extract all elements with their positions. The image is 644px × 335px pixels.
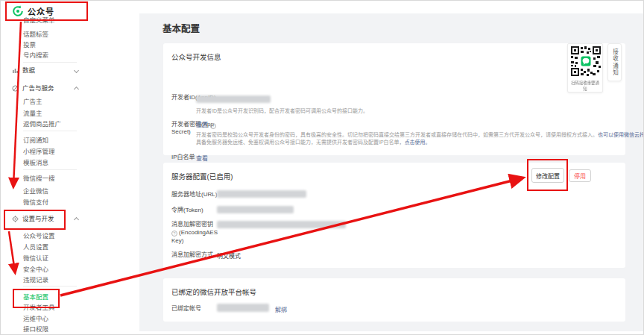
token-value-redacted (217, 206, 294, 213)
disable-button[interactable]: 停用 (569, 169, 591, 182)
card-bound-account: 已绑定的微信开放平台帐号 已绑定帐号 解绑 (163, 278, 625, 322)
encrypt-mode-label: 消息加解密方式 (171, 251, 213, 259)
sidebar-divider (23, 131, 77, 131)
click-to-use-link[interactable]: 点击使用。 (405, 140, 431, 145)
sidebar-item-in-account-search[interactable]: 号内搜索 (23, 51, 48, 60)
bound-account-label: 已绑定帐号 (171, 305, 201, 313)
sidebar-group-data-label: 数据 (22, 66, 35, 75)
sidebar-item-security-center[interactable]: 安全中心 (23, 266, 48, 274)
receive-notice-tab-label: 接收通知 (611, 48, 619, 77)
dev-info-title: 公众号开发信息 (171, 51, 221, 62)
main-content: 基本配置 公众号开发信息 开发者ID(AppID) 开发者ID是公众号开发识别码… (139, 13, 644, 331)
bound-account-title: 已绑定的微信开放平台帐号 (171, 287, 256, 297)
token-label: 令牌(Token) (171, 207, 203, 214)
server-url-label: 服务器地址(URL) (171, 191, 217, 198)
appsecret-desc-text2: 具备免服务器免运维、免鉴权调用公众号接口能力，无需提供开发者密码及配置IP白名单… (196, 140, 405, 145)
qr-notify-panel: 扫码接收重要通知 (567, 43, 603, 93)
cloud-hosting-link[interactable]: 也可以使用微信云托管 (598, 132, 644, 137)
appid-desc: 开发者ID是公众号开发识别码，配合开发者密码可调用公众号的接口能力。 (196, 107, 368, 114)
appsecret-reset-link[interactable]: 重置 (196, 122, 208, 128)
aes-key-label-line3: Key) (171, 237, 183, 245)
ads-service-icon (12, 85, 19, 92)
sidebar-group-data[interactable]: 数据 (12, 66, 35, 75)
card-dev-info: 公众号开发信息 开发者ID(AppID) 开发者ID是公众号开发识别码，配合开发… (163, 43, 625, 155)
data-chart-icon (12, 67, 19, 74)
sidebar-divider (23, 62, 77, 63)
sidebar-item-developer-tools[interactable]: 开发者工具 (23, 304, 55, 312)
help-icon[interactable]: ? (210, 123, 216, 129)
sidebar-divider (23, 169, 77, 170)
aes-key-label-line1: 消息加解密密钥 (171, 221, 213, 228)
card-server-config: 服务器配置(已启用) 修改配置 停用 服务器地址(URL) 令牌(Token) … (163, 163, 625, 268)
server-url-value-redacted (217, 190, 306, 198)
sidebar-item-custom-menu[interactable]: 自定义菜单 (23, 16, 55, 25)
sidebar-item-account-settings[interactable]: 公众号设置 (23, 232, 55, 240)
brand-label: 公众号 (28, 5, 54, 17)
sidebar-item-subscribe-notice[interactable]: 订阅通知 (23, 137, 48, 145)
modify-config-button[interactable]: 修改配置 (531, 168, 564, 183)
sidebar-item-api-permissions[interactable]: 接口权限 (23, 325, 48, 334)
sidebar-group-ads[interactable]: 广告与服务 (12, 84, 54, 93)
sidebar: 公众号 自定义菜单 话题标签 投票 号内搜索 数据 广告与服务 广告主 流量主 … (1, 1, 139, 335)
help-icon[interactable]: ? (171, 231, 177, 237)
qr-code (571, 46, 601, 76)
wechat-mp-admin-page: 公众号 自定义菜单 话题标签 投票 号内搜索 数据 广告与服务 广告主 流量主 … (0, 0, 644, 335)
sidebar-item-traffic-owner[interactable]: 流量主 (23, 110, 42, 118)
aes-key-label-line2: ?(EncodingAES (171, 229, 218, 237)
bound-account-value-redacted (217, 304, 269, 312)
encrypt-mode-value: 明文模式 (217, 251, 241, 260)
sidebar-item-violation-record[interactable]: 违规记录 (23, 276, 48, 284)
sidebar-group-settings[interactable]: 设置与开发 (12, 215, 54, 223)
aes-label-text: (EncodingAES (179, 229, 218, 236)
sidebar-item-rebate-goods[interactable]: 返佣商品推广 (23, 120, 61, 128)
appsecret-desc-text: 开发者密码是校验公众号开发者身份的密码，具有极高的安全性。切记勿把密码直接交给第… (196, 132, 598, 137)
aes-key-value-redacted (217, 221, 346, 228)
sidebar-item-advertiser[interactable]: 广告主 (23, 98, 42, 106)
appsecret-desc-line1: 开发者密码是校验公众号开发者身份的密码，具有极高的安全性。切记勿把密码直接交给第… (196, 131, 644, 138)
ip-whitelist-label: IP白名单 (171, 154, 195, 161)
sidebar-item-topic-tags[interactable]: 话题标签 (23, 31, 48, 39)
sidebar-item-ops-center[interactable]: 运维中心 (23, 315, 48, 323)
chevron-down-icon (74, 68, 79, 73)
qr-caption: 扫码接收重要通知 (569, 80, 600, 92)
sidebar-divider (23, 286, 77, 287)
sidebar-group-ads-label: 广告与服务 (22, 84, 54, 93)
chevron-up-icon (74, 87, 79, 92)
sidebar-item-staff-settings[interactable]: 人员设置 (23, 243, 48, 251)
page-title: 基本配置 (162, 21, 200, 35)
sidebar-item-vote[interactable]: 投票 (23, 41, 36, 49)
appsecret-label-line2: Secret) (171, 128, 191, 136)
appsecret-desc-line2: 具备免服务器免运维、免鉴权调用公众号接口能力，无需提供开发者密码及配置IP白名单… (196, 139, 431, 145)
ip-whitelist-view-link[interactable]: 查看 (196, 155, 208, 162)
sidebar-group-settings-label: 设置与开发 (22, 215, 54, 223)
sidebar-item-template-message[interactable]: 模板消息 (23, 159, 48, 167)
sidebar-item-wechat-pay[interactable]: 微信支付 (23, 198, 48, 207)
chevron-up-icon (74, 217, 79, 222)
sidebar-item-wechat-search[interactable]: 微信搜一搜 (23, 175, 55, 183)
gear-icon (12, 216, 19, 222)
unbind-link[interactable]: 解绑 (275, 307, 287, 313)
sidebar-item-wechat-verify[interactable]: 微信认证 (23, 254, 48, 263)
mp-logo-icon (12, 5, 24, 17)
sidebar-item-wecom[interactable]: 企业微信 (23, 187, 48, 195)
receive-notice-tab[interactable]: 接收通知 (607, 43, 622, 81)
sidebar-item-miniprogram-mgmt[interactable]: 小程序管理 (23, 148, 55, 156)
sidebar-item-basic-config-active[interactable]: 基本配置 (23, 293, 48, 301)
appid-value-redacted (196, 96, 271, 103)
server-config-title: 服务器配置(已启用) (171, 171, 233, 181)
